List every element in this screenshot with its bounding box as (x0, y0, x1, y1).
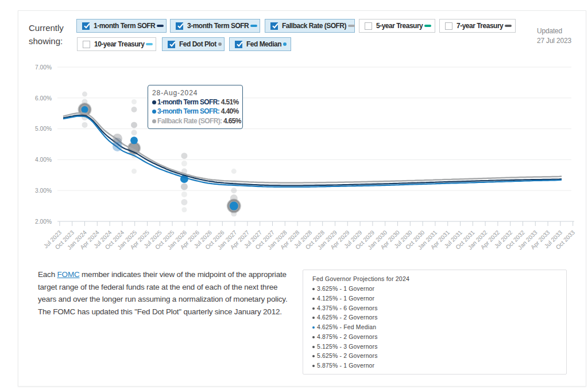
svg-text:4.00%: 4.00% (35, 157, 52, 163)
svg-text:7.00%: 7.00% (35, 64, 52, 71)
svg-text:5.00%: 5.00% (35, 126, 52, 132)
svg-text:6.00%: 6.00% (35, 95, 52, 102)
svg-text:3.00%: 3.00% (35, 188, 52, 194)
svg-text:2.00%: 2.00% (35, 219, 52, 225)
